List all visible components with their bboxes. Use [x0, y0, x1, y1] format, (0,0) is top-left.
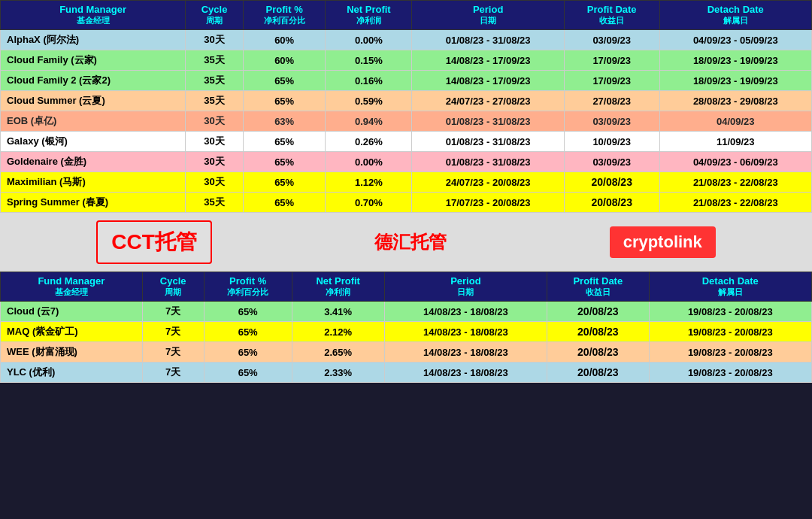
col-profit-date: Profit Date 收益日	[564, 1, 659, 30]
table-row: Goldenaire (金胜)30天65%0.00%01/08/23 - 31/…	[1, 152, 812, 172]
profit-pct-cell: 65%	[243, 91, 325, 111]
cycle-cell: 35天	[186, 193, 244, 213]
cycle-cell: 30天	[186, 172, 244, 193]
profit-date-cell: 17/09/23	[564, 71, 659, 91]
cct-label: CCT托管	[96, 220, 212, 264]
profit-date-cell: 20/08/23	[547, 363, 649, 383]
detach-date-cell: 19/08/23 - 20/08/23	[649, 342, 811, 363]
profit-date-cell: 20/08/23	[564, 172, 659, 193]
table-1-header-row: Fund Manager 基金经理 Cycle 周期 Profit % 净利百分…	[1, 1, 812, 30]
fund-manager-cell: Goldenaire (金胜)	[1, 152, 186, 172]
profit-pct-cell: 65%	[204, 342, 292, 363]
profit-date-cell: 27/08/23	[564, 91, 659, 111]
period-cell: 17/07/23 - 20/08/23	[412, 193, 564, 213]
net-profit-cell: 2.65%	[292, 342, 384, 363]
net-profit-cell: 0.00%	[326, 30, 412, 50]
table-row: YLC (优利)7天65%2.33%14/08/23 - 18/08/2320/…	[1, 363, 812, 383]
cycle-cell: 30天	[186, 152, 244, 172]
detach-date-cell: 04/09/23 - 06/09/23	[659, 152, 811, 172]
period-cell: 14/08/23 - 17/09/23	[412, 50, 564, 71]
detach-date-cell: 28/08/23 - 29/08/23	[659, 91, 811, 111]
profit-pct-cell: 65%	[243, 152, 325, 172]
profit-pct-cell: 65%	[243, 193, 325, 213]
detach-date-cell: 19/08/23 - 20/08/23	[649, 302, 811, 322]
net-profit-cell: 0.15%	[326, 50, 412, 71]
detach-date-cell: 11/09/23	[659, 132, 811, 152]
net-profit-cell: 0.16%	[326, 71, 412, 91]
period-cell: 01/08/23 - 31/08/23	[412, 152, 564, 172]
main-container: Fund Manager 基金经理 Cycle 周期 Profit % 净利百分…	[0, 0, 812, 383]
table-row: AlphaX (阿尔法)30天60%0.00%01/08/23 - 31/08/…	[1, 30, 812, 50]
fund-manager-cell: Cloud Family 2 (云家2)	[1, 71, 186, 91]
col-net-profit: Net Profit 净利润	[326, 1, 412, 30]
table-1: Fund Manager 基金经理 Cycle 周期 Profit % 净利百分…	[0, 0, 812, 213]
profit-date-cell: 03/09/23	[564, 152, 659, 172]
profit-pct-cell: 65%	[204, 322, 292, 342]
col-fund-manager: Fund Manager 基金经理	[1, 1, 186, 30]
table-row: Cloud Summer (云夏)35天65%0.59%24/07/23 - 2…	[1, 91, 812, 111]
col2-fund-manager: Fund Manager 基金经理	[1, 272, 143, 302]
profit-date-cell: 03/09/23	[564, 30, 659, 50]
net-profit-cell: 0.94%	[326, 111, 412, 132]
net-profit-cell: 1.12%	[326, 172, 412, 193]
cycle-cell: 7天	[142, 322, 204, 342]
profit-date-cell: 20/08/23	[547, 342, 649, 363]
table-row: Cloud (云7)7天65%3.41%14/08/23 - 18/08/232…	[1, 302, 812, 322]
col-profit-pct: Profit % 净利百分比	[243, 1, 325, 30]
net-profit-cell: 2.33%	[292, 363, 384, 383]
net-profit-cell: 0.59%	[326, 91, 412, 111]
col2-detach-date: Detach Date 解属日	[649, 272, 811, 302]
fund-manager-cell: Spring Summer (春夏)	[1, 193, 186, 213]
profit-date-cell: 10/09/23	[564, 132, 659, 152]
table-row: Spring Summer (春夏)35天65%0.70%17/07/23 - …	[1, 193, 812, 213]
col-period: Period 日期	[412, 1, 564, 30]
cycle-cell: 30天	[186, 30, 244, 50]
period-cell: 14/08/23 - 18/08/23	[384, 322, 547, 342]
fund-manager-cell: Cloud (云7)	[1, 302, 143, 322]
cycle-cell: 35天	[186, 50, 244, 71]
profit-pct-cell: 65%	[243, 71, 325, 91]
col-detach-date: Detach Date 解属日	[659, 1, 811, 30]
table-row: Galaxy (银河)30天65%0.26%01/08/23 - 31/08/2…	[1, 132, 812, 152]
table-row: MAQ (紫金矿工)7天65%2.12%14/08/23 - 18/08/232…	[1, 322, 812, 342]
net-profit-cell: 2.12%	[292, 322, 384, 342]
profit-pct-cell: 65%	[204, 363, 292, 383]
cycle-cell: 7天	[142, 363, 204, 383]
profit-date-cell: 20/08/23	[547, 302, 649, 322]
profit-pct-cell: 60%	[243, 30, 325, 50]
net-profit-cell: 0.70%	[326, 193, 412, 213]
col-cycle: Cycle 周期	[186, 1, 244, 30]
profit-date-cell: 17/09/23	[564, 50, 659, 71]
cycle-cell: 35天	[186, 71, 244, 91]
dehui-label: 德汇托管	[374, 230, 447, 254]
profit-pct-cell: 65%	[243, 132, 325, 152]
fund-manager-cell: Cloud Summer (云夏)	[1, 91, 186, 111]
period-cell: 24/07/23 - 27/08/23	[412, 91, 564, 111]
col2-profit-date: Profit Date 收益日	[547, 272, 649, 302]
profit-pct-cell: 65%	[204, 302, 292, 322]
col2-period: Period 日期	[384, 272, 547, 302]
detach-date-cell: 18/09/23 - 19/09/23	[659, 71, 811, 91]
crypto-label: cryptolink	[610, 226, 716, 258]
fund-manager-cell: WEE (财富涌现)	[1, 342, 143, 363]
table-row: Cloud Family 2 (云家2)35天65%0.16%14/08/23 …	[1, 71, 812, 91]
period-cell: 01/08/23 - 31/08/23	[412, 30, 564, 50]
period-cell: 14/08/23 - 18/08/23	[384, 302, 547, 322]
fund-manager-cell: YLC (优利)	[1, 363, 143, 383]
col2-cycle: Cycle 周期	[142, 272, 204, 302]
net-profit-cell: 3.41%	[292, 302, 384, 322]
profit-date-cell: 20/08/23	[547, 322, 649, 342]
fund-manager-cell: Cloud Family (云家)	[1, 50, 186, 71]
table-2-header-row: Fund Manager 基金经理 Cycle 周期 Profit % 净利百分…	[1, 272, 812, 302]
period-cell: 14/08/23 - 18/08/23	[384, 342, 547, 363]
table-row: Cloud Family (云家)35天60%0.15%14/08/23 - 1…	[1, 50, 812, 71]
table-2: Fund Manager 基金经理 Cycle 周期 Profit % 净利百分…	[0, 272, 812, 383]
detach-date-cell: 18/09/23 - 19/09/23	[659, 50, 811, 71]
fund-manager-cell: Galaxy (银河)	[1, 132, 186, 152]
fund-manager-cell: EOB (卓亿)	[1, 111, 186, 132]
detach-date-cell: 21/08/23 - 22/08/23	[659, 172, 811, 193]
fund-manager-cell: MAQ (紫金矿工)	[1, 322, 143, 342]
fund-manager-cell: Maximilian (马斯)	[1, 172, 186, 193]
col2-profit-pct: Profit % 净利百分比	[204, 272, 292, 302]
table-row: EOB (卓亿)30天63%0.94%01/08/23 - 31/08/2303…	[1, 111, 812, 132]
